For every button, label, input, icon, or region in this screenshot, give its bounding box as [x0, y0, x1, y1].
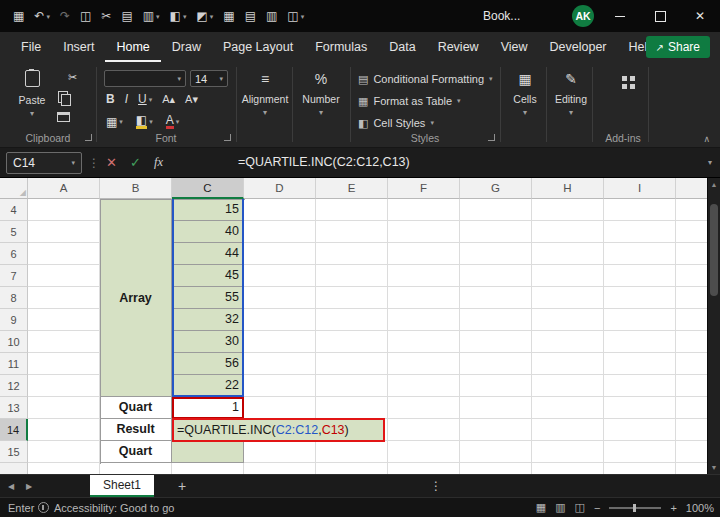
- italic-button[interactable]: I: [125, 93, 128, 105]
- insert-columns-button[interactable]: ▥: [266, 10, 277, 22]
- previous-sheet-button[interactable]: ◀: [8, 475, 14, 497]
- row-header-15[interactable]: 15: [0, 441, 28, 463]
- cell-c14-formula-editor[interactable]: =QUARTILE.INC(C2:C12,C13): [172, 418, 385, 442]
- dialog-launcher-icon[interactable]: [85, 134, 92, 141]
- tab-developer[interactable]: Developer: [539, 32, 618, 62]
- zoom-level[interactable]: 100%: [686, 502, 714, 514]
- cell-b13-quart[interactable]: Quart: [100, 397, 172, 419]
- row-header-8[interactable]: 8: [0, 287, 28, 309]
- tab-draw[interactable]: Draw: [161, 32, 212, 62]
- scrollbar-thumb[interactable]: [710, 204, 718, 296]
- app-button[interactable]: ▦: [13, 10, 24, 22]
- formula-input[interactable]: =QUARTILE.INC(C2:C12,C13): [238, 155, 410, 169]
- print-button[interactable]: ▥▾: [143, 10, 160, 22]
- column-header-b[interactable]: B: [100, 178, 172, 199]
- format-painter-button[interactable]: [57, 112, 70, 122]
- share-button[interactable]: ↗ Share: [646, 36, 710, 58]
- tab-page-layout[interactable]: Page Layout: [212, 32, 304, 62]
- row-header-partial[interactable]: [0, 463, 28, 474]
- scroll-down-icon[interactable]: ▼: [708, 464, 720, 471]
- column-header-c[interactable]: C: [172, 178, 244, 199]
- column-header-i[interactable]: I: [604, 178, 676, 199]
- camera-button[interactable]: ◫▾: [287, 10, 304, 22]
- cell-b15-quart[interactable]: Quart: [100, 441, 172, 463]
- font-size-combo[interactable]: 14 ▾: [190, 70, 228, 87]
- addins-button[interactable]: [598, 76, 650, 81]
- column-header-partial[interactable]: [676, 178, 707, 199]
- column-header-h[interactable]: H: [532, 178, 604, 199]
- column-header-e[interactable]: E: [316, 178, 388, 199]
- cell-b14-result[interactable]: Result: [100, 419, 172, 441]
- font-name-combo[interactable]: ▾: [104, 70, 186, 87]
- column-header-a[interactable]: A: [28, 178, 100, 199]
- row-header-5[interactable]: 5: [0, 221, 28, 243]
- tab-file[interactable]: File: [10, 32, 52, 62]
- borders-button[interactable]: ▦▾: [106, 116, 123, 128]
- minimize-button[interactable]: [600, 0, 640, 32]
- name-box[interactable]: C14 ▾: [6, 152, 82, 174]
- tab-data[interactable]: Data: [378, 32, 426, 62]
- accessibility-status[interactable]: Accessibility: Good to go: [38, 498, 174, 517]
- undo-button[interactable]: ↶▾: [34, 10, 50, 22]
- cell-c15[interactable]: [172, 441, 244, 463]
- tab-home[interactable]: Home: [105, 32, 160, 62]
- cut-button[interactable]: ✂: [101, 10, 111, 22]
- page-break-view-button[interactable]: ◫: [575, 501, 585, 514]
- row-header-7[interactable]: 7: [0, 265, 28, 287]
- cell-c12[interactable]: 22: [172, 375, 244, 397]
- font-color-button[interactable]: A▾: [166, 114, 180, 129]
- close-button[interactable]: ✕: [680, 0, 720, 32]
- cell-c7[interactable]: 45: [172, 265, 244, 287]
- row-header-11[interactable]: 11: [0, 353, 28, 375]
- insert-rows-button[interactable]: ▤: [245, 10, 256, 22]
- paste-button[interactable]: Paste ▾: [12, 70, 52, 118]
- cancel-button[interactable]: ✕: [106, 155, 117, 170]
- zoom-slider[interactable]: [609, 507, 661, 509]
- cell-b4-b12-array[interactable]: Array: [100, 199, 172, 397]
- row-header-13[interactable]: 13: [0, 397, 28, 419]
- paste-button[interactable]: ▤: [121, 10, 132, 22]
- cell-styles-button[interactable]: ◧ Cell Styles ▾: [358, 113, 434, 133]
- copy-button[interactable]: [58, 91, 68, 103]
- sheet-tab-sheet1[interactable]: Sheet1: [90, 475, 154, 497]
- tab-insert[interactable]: Insert: [52, 32, 105, 62]
- tab-view[interactable]: View: [490, 32, 539, 62]
- sheet-bar-menu-icon[interactable]: ⋮: [430, 475, 442, 497]
- cell-c5[interactable]: 40: [172, 221, 244, 243]
- normal-view-button[interactable]: ▦: [536, 501, 546, 514]
- conditional-formatting-button[interactable]: ▤ Conditional Formatting ▾: [358, 69, 493, 89]
- maximize-button[interactable]: [640, 0, 680, 32]
- row-header-9[interactable]: 9: [0, 309, 28, 331]
- zoom-slider-thumb[interactable]: [633, 504, 636, 512]
- scroll-up-icon[interactable]: ▲: [708, 181, 720, 188]
- zoom-out-button[interactable]: −: [594, 502, 600, 514]
- cells-area[interactable]: Array 15 40 44 45 55 32 30 56 22 Quart 1…: [28, 199, 707, 474]
- cell-c11[interactable]: 56: [172, 353, 244, 375]
- cell-c10[interactable]: 30: [172, 331, 244, 353]
- bold-button[interactable]: B: [106, 93, 115, 105]
- cell-c6[interactable]: 44: [172, 243, 244, 265]
- page-layout-view-button[interactable]: ▥: [555, 501, 565, 514]
- row-header-10[interactable]: 10: [0, 331, 28, 353]
- alignment-button[interactable]: ≡ Alignment ▾: [238, 72, 292, 117]
- column-header-d[interactable]: D: [244, 178, 316, 199]
- increase-font-button[interactable]: A▴: [162, 94, 175, 105]
- row-header-4[interactable]: 4: [0, 199, 28, 221]
- insert-table-button[interactable]: ▦: [223, 10, 234, 22]
- new-sheet-button[interactable]: +: [178, 475, 186, 497]
- insert-function-button[interactable]: fx: [154, 155, 163, 170]
- cell-c9[interactable]: 32: [172, 309, 244, 331]
- column-header-g[interactable]: G: [460, 178, 532, 199]
- copy-button[interactable]: ◫: [80, 10, 91, 22]
- expand-formula-bar-button[interactable]: ▾: [708, 158, 712, 167]
- enter-button[interactable]: ✓: [130, 155, 141, 170]
- cut-button[interactable]: ✕✂: [58, 71, 77, 84]
- vertical-scrollbar[interactable]: ▲ ▼: [707, 178, 720, 474]
- collapse-ribbon-button[interactable]: ∧: [703, 134, 710, 144]
- row-header-14[interactable]: 14: [0, 419, 28, 441]
- cells-button[interactable]: ▦ Cells ▾: [504, 72, 546, 117]
- cell-c13[interactable]: 1: [172, 397, 244, 419]
- cell-c4[interactable]: 15: [172, 199, 244, 221]
- cell-c8[interactable]: 55: [172, 287, 244, 309]
- zoom-in-button[interactable]: +: [670, 502, 676, 514]
